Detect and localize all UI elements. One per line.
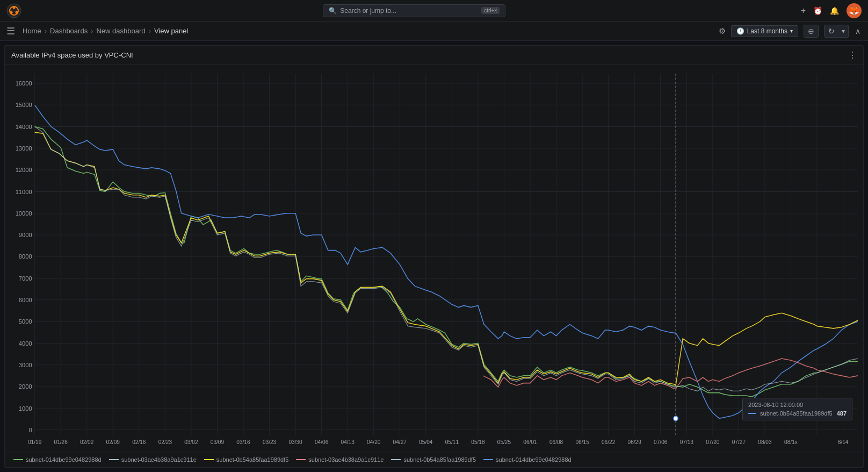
legend-item-4[interactable]: subnet-03ae4b38a9a1c911e	[296, 456, 384, 463]
legend-item-3[interactable]: subnet-0b54a85faa1989df5	[204, 456, 289, 463]
svg-text:05/04: 05/04	[419, 439, 433, 445]
svg-text:13000: 13000	[16, 145, 32, 152]
svg-text:06/29: 06/29	[628, 439, 642, 445]
svg-text:02/16: 02/16	[132, 439, 146, 445]
svg-text:12000: 12000	[16, 167, 32, 173]
svg-text:0: 0	[28, 427, 32, 433]
svg-point-2	[13, 6, 16, 9]
svg-text:07/27: 07/27	[732, 439, 746, 445]
svg-point-4	[10, 11, 13, 13]
panel-container: Available IPv4 space used by VPC-CNI ⋮	[4, 45, 864, 468]
navbar: ☰ Home › Dashboards › New dashboard › Vi…	[0, 22, 868, 41]
menu-toggle[interactable]: ☰	[6, 25, 15, 37]
legend-label-5: subnet-0b54a85faa1989df5	[403, 456, 476, 463]
topbar: 🔍 Search or jump to... ctrl+k + ⏰ 🔔 🦊	[0, 0, 868, 22]
svg-text:03/02: 03/02	[184, 439, 198, 445]
breadcrumb-sep-1: ›	[45, 27, 47, 35]
breadcrumb-dashboards[interactable]: Dashboards	[50, 27, 88, 35]
panel-menu-button[interactable]: ⋮	[848, 50, 857, 60]
legend-label-3: subnet-0b54a85faa1989df5	[216, 456, 289, 463]
legend-label-1: subnet-014dbe99e0482988d	[26, 456, 102, 463]
zoom-out-button[interactable]: ⊖	[804, 25, 819, 38]
svg-text:06/08: 06/08	[549, 439, 563, 445]
svg-text:11000: 11000	[16, 188, 32, 195]
svg-text:08/1x: 08/1x	[784, 439, 798, 445]
dashboard-settings-button[interactable]: ⚙	[719, 26, 726, 36]
refresh-group: ↻ ▾	[824, 25, 849, 38]
svg-text:07/13: 07/13	[680, 439, 694, 445]
svg-point-0	[7, 4, 21, 18]
panel-title: Available IPv4 space used by VPC-CNI	[11, 51, 133, 59]
svg-text:5000: 5000	[19, 318, 32, 325]
chart-svg: 0 1000 2000 3000 4000 5000 6000 7000 800…	[5, 65, 863, 453]
panel-header: Available IPv4 space used by VPC-CNI ⋮	[5, 46, 863, 65]
chart-area: 0 1000 2000 3000 4000 5000 6000 7000 800…	[5, 65, 863, 467]
svg-text:07/20: 07/20	[706, 439, 720, 445]
refresh-button[interactable]: ↻	[824, 25, 839, 38]
search-placeholder: Search or jump to...	[340, 7, 396, 15]
legend-item-1[interactable]: subnet-014dbe99e0482988d	[13, 456, 102, 463]
svg-text:1000: 1000	[19, 405, 32, 411]
svg-text:06/15: 06/15	[575, 439, 589, 445]
time-range-chevron: ▾	[790, 28, 793, 34]
svg-text:05/18: 05/18	[471, 439, 485, 445]
svg-text:01/19: 01/19	[28, 439, 42, 445]
search-box[interactable]: 🔍 Search or jump to... ctrl+k	[323, 4, 505, 17]
svg-text:8/14: 8/14	[838, 439, 849, 445]
legend-item-6[interactable]: subnet-014dbe99e0482988d	[483, 456, 572, 463]
help-button[interactable]: ⏰	[813, 6, 822, 15]
legend-label-6: subnet-014dbe99e0482988d	[496, 456, 572, 463]
svg-text:7000: 7000	[19, 275, 32, 282]
notifications-button[interactable]: 🔔	[830, 6, 839, 15]
search-area: 🔍 Search or jump to... ctrl+k	[28, 4, 801, 17]
legend-color-5	[391, 459, 401, 460]
refresh-options-button[interactable]: ▾	[838, 25, 849, 38]
svg-text:05/25: 05/25	[497, 439, 511, 445]
breadcrumb-home[interactable]: Home	[23, 27, 41, 35]
chart-legend: subnet-014dbe99e0482988d subnet-03ae4b38…	[5, 453, 863, 467]
chart-svg-container[interactable]: 0 1000 2000 3000 4000 5000 6000 7000 800…	[5, 65, 863, 453]
legend-label-2: subnet-03ae4b38a9a1c911e	[121, 456, 197, 463]
svg-text:02/23: 02/23	[158, 439, 172, 445]
breadcrumb-sep-2: ›	[91, 27, 93, 35]
legend-item-2[interactable]: subnet-03ae4b38a9a1c911e	[109, 456, 197, 463]
breadcrumb-current: View panel	[154, 27, 188, 35]
user-avatar[interactable]: 🦊	[847, 3, 862, 18]
search-shortcut: ctrl+k	[481, 7, 500, 14]
svg-text:04/27: 04/27	[393, 439, 407, 445]
legend-label-4: subnet-03ae4b38a9a1c911e	[308, 456, 384, 463]
svg-point-3	[16, 11, 18, 13]
legend-color-4	[296, 459, 306, 460]
svg-text:04/20: 04/20	[367, 439, 381, 445]
svg-text:05/11: 05/11	[445, 439, 459, 445]
svg-text:04/13: 04/13	[341, 439, 355, 445]
time-range-control: 🕐 Last 8 months ▾	[731, 25, 798, 37]
svg-text:4000: 4000	[19, 340, 32, 346]
grafana-logo[interactable]	[6, 3, 21, 18]
collapse-button[interactable]: ∧	[854, 26, 862, 37]
legend-item-5[interactable]: subnet-0b54a85faa1989df5	[391, 456, 476, 463]
svg-text:03/16: 03/16	[236, 439, 250, 445]
svg-text:03/30: 03/30	[288, 439, 302, 445]
svg-text:07/06: 07/06	[654, 439, 668, 445]
breadcrumb: Home › Dashboards › New dashboard › View…	[23, 27, 188, 35]
legend-color-6	[483, 459, 493, 460]
svg-text:03/23: 03/23	[263, 439, 277, 445]
svg-text:08/03: 08/03	[758, 439, 772, 445]
svg-rect-5	[5, 65, 863, 453]
search-icon: 🔍	[329, 7, 337, 15]
legend-color-3	[204, 459, 214, 460]
svg-text:16000: 16000	[16, 80, 32, 87]
clock-icon: 🕐	[736, 27, 744, 35]
svg-text:2000: 2000	[19, 383, 32, 390]
svg-text:14000: 14000	[16, 124, 32, 130]
time-range-button[interactable]: 🕐 Last 8 months ▾	[731, 25, 798, 37]
svg-text:06/22: 06/22	[602, 439, 616, 445]
time-range-label: Last 8 months	[747, 27, 787, 35]
add-button[interactable]: +	[801, 6, 806, 16]
svg-text:02/02: 02/02	[80, 439, 94, 445]
svg-point-104	[674, 416, 678, 420]
svg-text:9000: 9000	[19, 232, 32, 238]
breadcrumb-new-dashboard[interactable]: New dashboard	[96, 27, 145, 35]
svg-text:15000: 15000	[16, 102, 32, 108]
